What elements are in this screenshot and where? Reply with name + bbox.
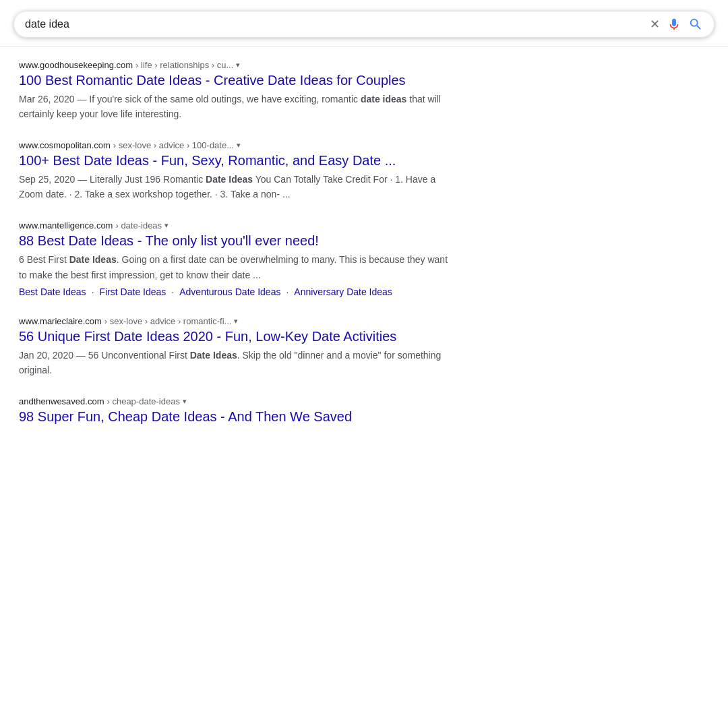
result-item-5: andthenwesaved.com › cheap-date-ideas ▾9… (19, 396, 453, 425)
result-url-3: www.mantelligence.com › date-ideas ▾ (19, 220, 453, 231)
result-item-2: www.cosmopolitan.com › sex-love › advice… (19, 140, 453, 202)
highlight-text: Date Ideas (190, 350, 237, 361)
results-wrapper: www.goodhousekeeping.com › life › relati… (0, 47, 472, 458)
result-domain: www.cosmopolitan.com (19, 140, 111, 150)
link-separator: · (92, 286, 94, 297)
result-item-3: www.mantelligence.com › date-ideas ▾88 B… (19, 220, 453, 297)
result-domain: www.goodhousekeeping.com (19, 60, 133, 70)
search-bar: ✕ (13, 11, 715, 38)
highlight-text: date ideas (361, 94, 406, 104)
sub-link-3[interactable]: Anniversary Date Ideas (294, 286, 392, 297)
dropdown-arrow-icon[interactable]: ▾ (183, 397, 187, 406)
sub-link-2[interactable]: Adventurous Date Ideas (179, 286, 280, 297)
result-desc-2: Sep 25, 2020 — Literally Just 196 Romant… (19, 172, 453, 202)
search-bar-wrapper: ✕ (0, 0, 728, 47)
highlight-text: Date Ideas (206, 174, 253, 185)
result-path: › sex-love › advice › romantic-fi... (104, 316, 232, 326)
result-title-1[interactable]: 100 Best Romantic Date Ideas - Creative … (19, 71, 453, 89)
result-sub-links-3: Best Date Ideas·First Date Ideas·Adventu… (19, 286, 453, 297)
result-path: › cheap-date-ideas (107, 396, 179, 406)
sub-link-1[interactable]: First Date Ideas (100, 286, 166, 297)
dropdown-arrow-icon[interactable]: ▾ (237, 141, 241, 150)
clear-icon[interactable]: ✕ (650, 17, 660, 32)
result-item-4: www.marieclaire.com › sex-love › advice … (19, 316, 453, 377)
result-url-2: www.cosmopolitan.com › sex-love › advice… (19, 140, 453, 150)
result-path: › life › relationships › cu... (135, 60, 233, 70)
microphone-icon[interactable] (667, 17, 681, 32)
search-input[interactable] (25, 18, 643, 30)
result-url-5: andthenwesaved.com › cheap-date-ideas ▾ (19, 396, 453, 406)
link-separator: · (286, 286, 289, 297)
result-desc-3: 6 Best First Date Ideas. Going on a firs… (19, 252, 453, 282)
result-title-4[interactable]: 56 Unique First Date Ideas 2020 - Fun, L… (19, 328, 453, 345)
result-url-4: www.marieclaire.com › sex-love › advice … (19, 316, 453, 326)
result-title-5[interactable]: 98 Super Fun, Cheap Date Ideas - And The… (19, 408, 453, 425)
highlight-text: Date Ideas (69, 254, 117, 265)
result-title-2[interactable]: 100+ Best Date Ideas - Fun, Sexy, Romant… (19, 152, 453, 169)
search-icon[interactable] (688, 17, 703, 32)
result-domain: www.mantelligence.com (19, 220, 113, 231)
result-desc-4: Jan 20, 2020 — 56 Unconventional First D… (19, 348, 453, 377)
result-desc-1: Mar 26, 2020 — If you're sick of the sam… (19, 92, 453, 121)
dropdown-arrow-icon[interactable]: ▾ (236, 61, 240, 69)
result-url-1: www.goodhousekeeping.com › life › relati… (19, 60, 453, 70)
result-domain: andthenwesaved.com (19, 396, 104, 406)
dropdown-arrow-icon[interactable]: ▾ (234, 317, 238, 326)
link-separator: · (171, 286, 174, 297)
result-domain: www.marieclaire.com (19, 316, 102, 326)
dropdown-arrow-icon[interactable]: ▾ (164, 221, 169, 230)
result-path: › date-ideas (115, 220, 162, 231)
sub-link-0[interactable]: Best Date Ideas (19, 286, 86, 297)
result-title-3[interactable]: 88 Best Date Ideas - The only list you'l… (19, 232, 453, 249)
result-item-1: www.goodhousekeeping.com › life › relati… (19, 60, 453, 121)
result-path: › sex-love › advice › 100-date... (113, 140, 234, 150)
